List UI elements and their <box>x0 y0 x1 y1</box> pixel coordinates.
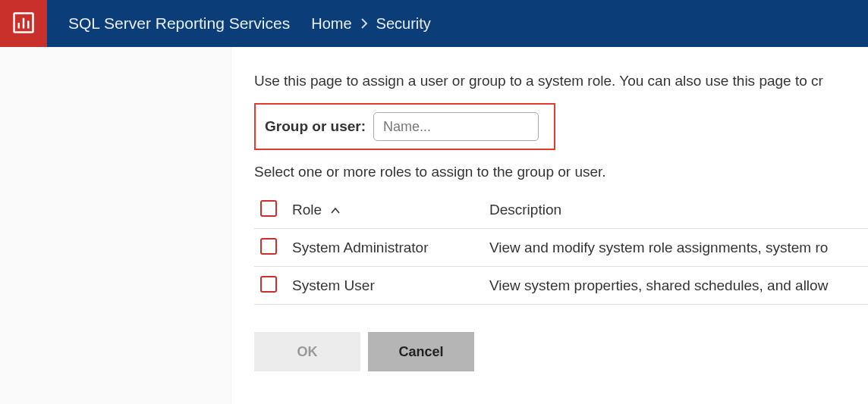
header-bar: SQL Server Reporting Services Home Secur… <box>0 0 868 47</box>
intro-text: Use this page to assign a user or group … <box>254 73 868 89</box>
table-row: System User View system properties, shar… <box>254 267 868 305</box>
roles-table-header: Role Description <box>254 191 868 229</box>
breadcrumb-home[interactable]: Home <box>311 15 351 33</box>
roles-table: Role Description System Administrator Vi… <box>254 191 868 305</box>
action-buttons: OK Cancel <box>254 332 868 371</box>
breadcrumb: Home Security <box>311 15 431 33</box>
column-description-label: Description <box>489 202 561 218</box>
main-content: Use this page to assign a user or group … <box>231 47 868 404</box>
select-roles-text: Select one or more roles to assign to th… <box>254 164 868 180</box>
sort-asc-icon <box>330 207 341 215</box>
role-name: System Administrator <box>292 240 489 256</box>
column-role-label: Role <box>292 202 322 218</box>
app-logo[interactable] <box>0 0 47 47</box>
table-row: System Administrator View and modify sys… <box>254 229 868 267</box>
group-user-highlight: Group or user: <box>254 103 555 150</box>
chevron-right-icon <box>360 17 369 30</box>
role-checkbox[interactable] <box>260 276 277 293</box>
role-description: View system properties, shared schedules… <box>489 277 868 294</box>
sidebar <box>0 47 231 404</box>
role-name: System User <box>292 277 489 294</box>
group-user-label: Group or user: <box>265 118 366 135</box>
role-checkbox[interactable] <box>260 238 277 255</box>
select-all-checkbox[interactable] <box>260 200 277 217</box>
app-title[interactable]: SQL Server Reporting Services <box>68 14 290 33</box>
column-role-header[interactable]: Role <box>292 202 489 218</box>
cancel-button[interactable]: Cancel <box>368 332 474 371</box>
ok-button[interactable]: OK <box>254 332 360 371</box>
role-description: View and modify system role assignments,… <box>489 240 868 256</box>
breadcrumb-current: Security <box>376 15 431 33</box>
bar-chart-icon <box>12 11 35 36</box>
group-user-input[interactable] <box>373 112 539 141</box>
column-description-header[interactable]: Description <box>489 202 868 218</box>
